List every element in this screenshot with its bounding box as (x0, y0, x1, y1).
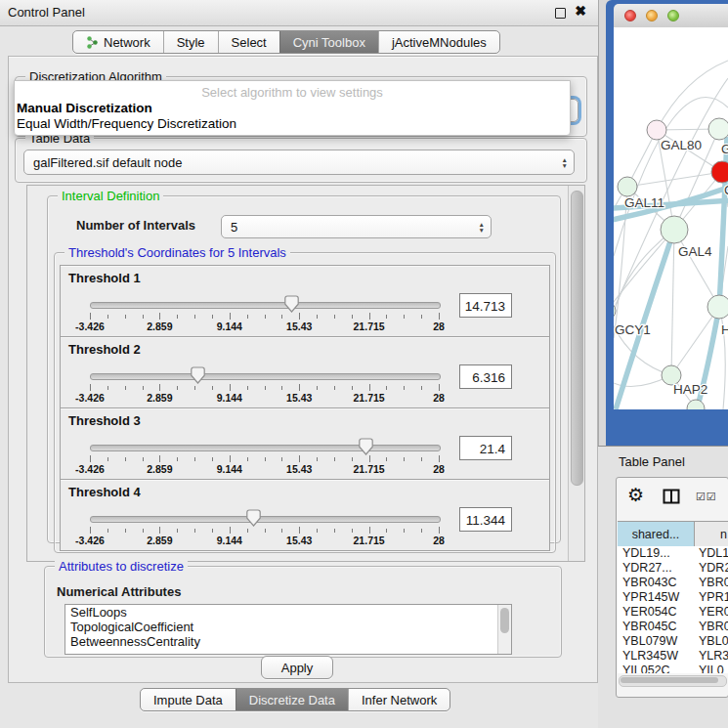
network-node[interactable] (711, 161, 728, 183)
application-root: Control Panel ✖ NetworkStyleSelectCyni T… (0, 0, 728, 728)
algorithm-option-equal-width-frequency-discretization[interactable]: Equal Width/Frequency Discretization (16, 116, 569, 132)
cell-name[interactable]: YER0 (694, 605, 728, 620)
network-node[interactable] (618, 177, 637, 196)
table-horizontal-scrollbar[interactable] (619, 675, 727, 687)
attribute-item-betweennesscentrality[interactable]: BetweennessCentrality (65, 634, 511, 649)
float-window-icon[interactable] (555, 8, 566, 19)
network-node[interactable] (661, 216, 688, 243)
tab-discretize-data[interactable]: Discretize Data (236, 689, 348, 710)
table-row[interactable]: YIL052CYIL0 (618, 664, 728, 673)
table-row[interactable]: YLR345WYLR3 (618, 649, 728, 664)
network-node[interactable] (647, 120, 666, 140)
zoom-traffic-light-icon[interactable] (667, 10, 679, 21)
cell-name[interactable]: YBL0 (694, 634, 728, 649)
cyni-toolbox-panel: Discretization Algorithm ▲▼ Select algor… (8, 56, 598, 683)
close-icon[interactable]: ✖ (575, 3, 586, 19)
attribute-item-selfloops[interactable]: SelfLoops (65, 605, 511, 620)
scrollbar-thumb[interactable] (500, 608, 509, 633)
minimize-traffic-light-icon[interactable] (646, 10, 658, 21)
network-graph[interactable]: GAL80GGAL11GAL4GCY1HHAP2C (614, 27, 728, 409)
close-traffic-light-icon[interactable] (624, 10, 636, 21)
network-edge[interactable] (671, 230, 674, 375)
slider-thumb-icon[interactable] (359, 438, 373, 455)
slider-thumb-icon[interactable] (246, 509, 261, 527)
table-row[interactable]: YBL079WYBL0 (618, 634, 728, 649)
scrollbar-thumb[interactable] (621, 677, 718, 683)
network-node-label: GCY1 (615, 322, 651, 337)
cell-name[interactable]: YLR3 (694, 649, 728, 664)
column-header-shared-name[interactable]: shared... (618, 522, 695, 546)
node-table: ⚙ ☑☑ shared... n YDL19...YDL1YDR27...YDR… (616, 477, 728, 698)
settings-vertical-scrollbar[interactable] (568, 186, 584, 561)
network-node[interactable] (707, 295, 728, 319)
slider-ticks (90, 527, 440, 535)
slider-thumb-icon[interactable] (191, 366, 205, 384)
split-columns-icon[interactable] (663, 489, 680, 507)
threshold-rows: Threshold 1-3.4262.8599.14415.4321.71528… (60, 265, 550, 551)
apply-button[interactable]: Apply (261, 656, 333, 679)
interval-definition-group-title: Interval Definition (58, 189, 163, 203)
network-node-label: C (724, 183, 728, 197)
slider-track[interactable] (90, 445, 441, 451)
list-vertical-scrollbar[interactable] (497, 605, 511, 654)
table-row[interactable]: YBR043CYBR0 (618, 576, 728, 590)
gear-icon[interactable]: ⚙ (627, 484, 644, 506)
scrollbar-thumb[interactable] (571, 191, 583, 486)
tab-style[interactable]: Style (163, 31, 218, 53)
cell-shared-name[interactable]: YBR045C (618, 620, 694, 634)
cell-shared-name[interactable]: YDL19... (618, 546, 694, 561)
cell-name[interactable]: YIL0 (694, 664, 728, 673)
tab-network[interactable]: Network (73, 31, 163, 53)
select-columns-icon[interactable]: ☑☑ (696, 491, 717, 503)
tab-jactivemnodules[interactable]: jActiveMNodules (378, 31, 499, 53)
network-node[interactable] (687, 400, 705, 409)
number-of-intervals-combobox[interactable]: 5 ▲▼ (221, 215, 492, 238)
slider-thumb-icon[interactable] (284, 295, 299, 313)
table-row[interactable]: YDL19...YDL1 (618, 546, 728, 561)
cell-name[interactable]: YDR2 (694, 561, 728, 576)
column-header-name[interactable]: n (695, 522, 728, 546)
threshold-value-input[interactable]: 21.4 (459, 436, 512, 460)
tab-infer-network[interactable]: Infer Network (348, 689, 450, 710)
threshold-value-input[interactable]: 6.316 (459, 364, 512, 389)
slider-scale-labels: -3.4262.8599.14415.4321.71528 (90, 392, 440, 404)
cell-shared-name[interactable]: YDR27... (618, 561, 694, 576)
threshold-row-3: Threshold 3-3.4262.8599.14415.4321.71528… (60, 407, 550, 480)
cell-name[interactable]: YBR0 (694, 576, 728, 590)
network-canvas[interactable]: GAL80GGAL11GAL4GCY1HHAP2C (614, 27, 728, 409)
network-node-label: GAL80 (661, 138, 702, 152)
attribute-item-topologicalcoefficient[interactable]: TopologicalCoefficient (65, 620, 511, 634)
tab-label: Select (232, 35, 267, 50)
threshold-value-input[interactable]: 11.344 (459, 507, 512, 532)
cell-name[interactable]: YDL1 (694, 546, 728, 561)
tab-cyni-toolbox[interactable]: Cyni Toolbox (279, 31, 378, 53)
table-row[interactable]: YER054CYER0 (618, 605, 728, 620)
table-row[interactable]: YDR27...YDR2 (618, 561, 728, 576)
slider-scale-labels: -3.4262.8599.14415.4321.71528 (90, 463, 440, 475)
algorithm-option-manual-discretization[interactable]: Manual Discretization (16, 101, 569, 116)
threshold-value-input[interactable]: 14.713 (459, 293, 512, 318)
control-panel-tabs: NetworkStyleSelectCyni ToolboxjActiveMNo… (72, 30, 500, 54)
cell-shared-name[interactable]: YIL052C (618, 664, 694, 673)
numerical-attributes-list[interactable]: SelfLoopsTopologicalCoefficientBetweenne… (64, 604, 512, 655)
cell-shared-name[interactable]: YLR345W (618, 649, 694, 664)
cell-shared-name[interactable]: YER054C (618, 605, 694, 620)
cell-name[interactable]: YPR1 (694, 590, 728, 605)
network-node[interactable] (708, 118, 728, 140)
table-row[interactable]: YBR045CYBR0 (618, 620, 728, 634)
cell-shared-name[interactable]: YBR043C (618, 576, 694, 590)
combo-stepper-icon: ▲▼ (562, 157, 568, 168)
table-row[interactable]: YPR145WYPR1 (618, 590, 728, 605)
tab-select[interactable]: Select (218, 31, 279, 53)
slider-track[interactable] (90, 373, 441, 380)
slider-track[interactable] (90, 302, 441, 309)
cell-shared-name[interactable]: YPR145W (618, 590, 694, 605)
cell-shared-name[interactable]: YBL079W (618, 634, 694, 649)
slider-track[interactable] (90, 516, 441, 523)
cell-name[interactable]: YBR0 (694, 620, 728, 634)
tab-impute-data[interactable]: Impute Data (141, 689, 236, 710)
network-window-titlebar[interactable] (614, 4, 728, 28)
tab-label: Impute Data (153, 693, 223, 707)
network-view-window[interactable]: GAL80GGAL11GAL4GCY1HHAP2C (606, 0, 728, 446)
table-data-combobox[interactable]: galFiltered.sif default node ▲▼ (23, 150, 575, 175)
